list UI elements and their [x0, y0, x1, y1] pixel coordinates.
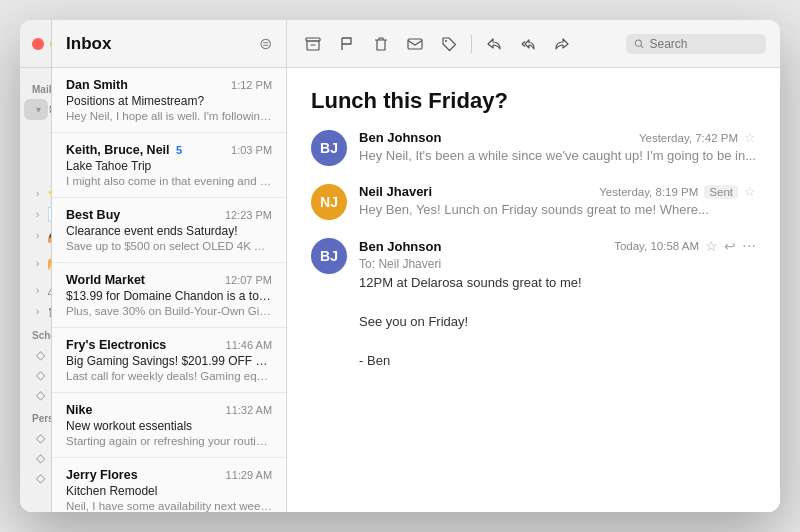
filter-icon[interactable]: ⊜: [259, 34, 272, 53]
trash-icon: 🗑: [47, 304, 51, 319]
sidebar-item-sent[interactable]: › 📤 Sent: [24, 225, 48, 246]
email-sender-3: Best Buy: [66, 208, 120, 222]
email-item-7-header: Jerry Flores 11:29 AM: [66, 468, 272, 482]
email-preview-4: Plus, save 30% on Build-Your-Own Gift B.…: [66, 305, 272, 317]
sidebar-item-drafts[interactable]: › 📝 Drafts: [24, 204, 48, 225]
email-item-5[interactable]: Fry's Electronics 11:46 AM Big Gaming Sa…: [52, 328, 286, 393]
sidebar-item-spam[interactable]: › ⚠ Spam: [24, 280, 48, 301]
sidebar-item-marketing[interactable]: ◇ Marketing: [24, 385, 48, 405]
sidebar-item-family[interactable]: ◇ Family: [24, 448, 48, 468]
email-time-1: 1:12 PM: [231, 79, 272, 91]
archive-icon[interactable]: [301, 32, 325, 56]
accounting-icon: ◇: [36, 348, 45, 362]
message-2: NJ Neil Jhaveri Yesterday, 8:19 PM Sent …: [311, 184, 756, 220]
email-sender-5: Fry's Electronics: [66, 338, 166, 352]
email-subject-1: Positions at Mimestream?: [66, 94, 272, 108]
message-star-1[interactable]: ☆: [744, 130, 756, 145]
delete-icon[interactable]: [369, 32, 393, 56]
sidebar-item-inbox[interactable]: ▾ ✉ Inbox: [24, 99, 48, 120]
message-more-icon-3[interactable]: ⋯: [742, 238, 756, 254]
close-button[interactable]: [32, 38, 44, 50]
flag-icon[interactable]: [335, 32, 359, 56]
drafts-chevron: ›: [36, 209, 39, 220]
message-time-2: Yesterday, 8:19 PM: [599, 186, 698, 198]
detail-pane: Lunch this Friday? BJ Ben Johnson Yester…: [287, 20, 780, 512]
email-sender-2: Keith, Bruce, Neil 5: [66, 143, 182, 157]
email-time-5: 11:46 AM: [226, 339, 272, 351]
reply-all-icon[interactable]: [516, 32, 540, 56]
search-input[interactable]: [650, 37, 759, 51]
email-item-6-header: Nike 11:32 AM: [66, 403, 272, 417]
allmail-icon: 📂: [47, 256, 51, 271]
email-subject-5: Big Gaming Savings! $201.99 OFF NVI...: [66, 354, 272, 368]
svg-point-9: [635, 40, 641, 46]
sidebar-item-starred[interactable]: › ⭐ Starred: [24, 183, 48, 204]
email-sender-4: World Market: [66, 273, 145, 287]
email-item-4-header: World Market 12:07 PM: [66, 273, 272, 287]
email-item-7[interactable]: Jerry Flores 11:29 AM Kitchen Remodel Ne…: [52, 458, 286, 512]
email-item-5-header: Fry's Electronics 11:46 AM: [66, 338, 272, 352]
message-1: BJ Ben Johnson Yesterday, 7:42 PM ☆ Hey …: [311, 130, 756, 166]
email-list: Inbox ⊜ Dan Smith 1:12 PM Positions at M…: [52, 20, 287, 512]
reply-icon[interactable]: [482, 32, 506, 56]
sidebar-item-school[interactable]: ✉ School: [24, 120, 51, 141]
email-item-2[interactable]: Keith, Bruce, Neil 5 1:03 PM Lake Tahoe …: [52, 133, 286, 198]
email-count-badge-2: 5: [176, 144, 182, 156]
alumni-icon: ◇: [36, 431, 45, 445]
message-header-3: Ben Johnson Today, 10:58 AM ☆ ↩ ⋯: [359, 238, 756, 254]
email-item-3-header: Best Buy 12:23 PM: [66, 208, 272, 222]
message-text-1: Hey Neil, It's been a while since we've …: [359, 148, 756, 163]
sidebar-item-work[interactable]: ✉ Work: [24, 162, 51, 183]
email-preview-1: Hey Neil, I hope all is well. I'm follow…: [66, 110, 272, 122]
email-subject-2: Lake Tahoe Trip: [66, 159, 272, 173]
search-box[interactable]: [626, 34, 766, 54]
message-sender-1: Ben Johnson: [359, 130, 441, 145]
message-body-3: Ben Johnson Today, 10:58 AM ☆ ↩ ⋯ To: Ne…: [359, 238, 756, 371]
personal-section-label: Personal: [20, 405, 51, 428]
email-subject-7: Kitchen Remodel: [66, 484, 272, 498]
reply-icons-3: ☆ ↩ ⋯: [705, 238, 756, 254]
message-reply-icon-3[interactable]: ↩: [724, 238, 736, 254]
sent-badge-2: Sent: [704, 185, 738, 199]
email-time-2: 1:03 PM: [231, 144, 272, 156]
starred-chevron: ›: [36, 188, 39, 199]
email-item-2-header: Keith, Bruce, Neil 5 1:03 PM: [66, 143, 272, 157]
email-subject-6: New workout essentials: [66, 419, 272, 433]
email-item-3[interactable]: Best Buy 12:23 PM Clearance event ends S…: [52, 198, 286, 263]
trash-chevron: ›: [36, 306, 39, 317]
email-list-content: Dan Smith 1:12 PM Positions at Mimestrea…: [52, 68, 286, 512]
message-meta-2: Yesterday, 8:19 PM Sent ☆: [599, 184, 756, 199]
sidebar-item-alumni[interactable]: ◇ Alumni: [24, 428, 48, 448]
sidebar-item-travel[interactable]: ◇ Travel: [24, 468, 48, 488]
starred-icon: ⭐: [47, 186, 51, 201]
email-item-4[interactable]: World Market 12:07 PM $13.99 for Domaine…: [52, 263, 286, 328]
email-subject-3: Clearance event ends Saturday!: [66, 224, 272, 238]
email-item-6[interactable]: Nike 11:32 AM New workout essentials Sta…: [52, 393, 286, 458]
message-star-icon-3[interactable]: ☆: [705, 238, 718, 254]
email-preview-2: I might also come in that evening and me…: [66, 175, 272, 187]
inbox-chevron: ▾: [36, 104, 41, 115]
sidebar-item-personal[interactable]: ✉ Personal: [24, 141, 51, 162]
email-sender-6: Nike: [66, 403, 92, 417]
message-star-2[interactable]: ☆: [744, 184, 756, 199]
message-header-2: Neil Jhaveri Yesterday, 8:19 PM Sent ☆: [359, 184, 756, 199]
mark-unread-icon[interactable]: [403, 32, 427, 56]
thread-title: Lunch this Friday?: [311, 88, 756, 114]
message-body-1: Ben Johnson Yesterday, 7:42 PM ☆ Hey Nei…: [359, 130, 756, 163]
sent-icon: 📤: [47, 228, 51, 243]
sidebar-item-allmail[interactable]: › 📂 All Mail: [24, 246, 48, 280]
email-list-title: Inbox: [66, 34, 259, 54]
message-time-1: Yesterday, 7:42 PM: [639, 132, 738, 144]
spam-icon: ⚠: [47, 283, 51, 298]
forward-icon[interactable]: [550, 32, 574, 56]
email-preview-3: Save up to $500 on select OLED 4K TVs!: [66, 240, 272, 252]
message-sender-2: Neil Jhaveri: [359, 184, 432, 199]
message-3: BJ Ben Johnson Today, 10:58 AM ☆ ↩ ⋯: [311, 238, 756, 371]
tag-icon[interactable]: [437, 32, 461, 56]
toolbar-sep-1: [471, 35, 472, 53]
email-item-1[interactable]: Dan Smith 1:12 PM Positions at Mimestrea…: [52, 68, 286, 133]
sidebar-item-accounting[interactable]: ◇ Accounting: [24, 345, 48, 365]
sidebar-item-finance[interactable]: ◇ Finance: [24, 365, 48, 385]
travel-icon: ◇: [36, 471, 45, 485]
sidebar-item-trash[interactable]: › 🗑 Trash: [24, 301, 48, 322]
